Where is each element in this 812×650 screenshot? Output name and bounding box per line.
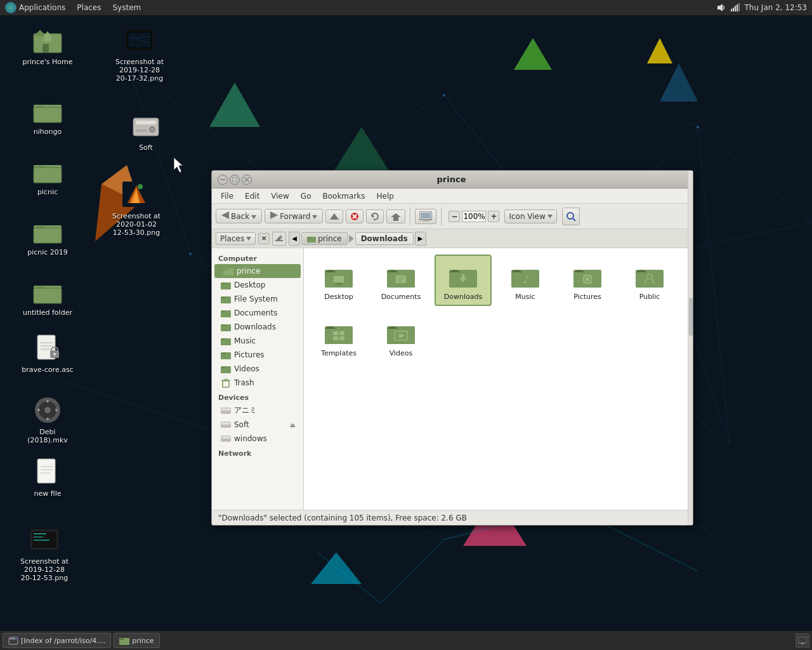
sidebar-item-prince[interactable]: prince: [214, 264, 301, 278]
new-file-icon: [32, 456, 63, 487]
sidebar-windows-label: windows: [234, 434, 267, 443]
svg-rect-129: [424, 220, 428, 221]
file-icon-downloads: [448, 260, 478, 290]
zoom-in-button[interactable]: +: [488, 211, 499, 222]
menu-edit[interactable]: Edit: [240, 190, 265, 202]
fm-title-buttons: [216, 175, 252, 185]
svg-rect-185: [339, 331, 344, 335]
sidebar-item-filesystem[interactable]: File System: [212, 292, 303, 306]
edit-location-button[interactable]: [272, 232, 286, 246]
file-item-music[interactable]: ♪ Music: [497, 255, 554, 306]
desktop-icon-picnic[interactable]: picnic: [19, 152, 76, 199]
file-item-documents[interactable]: Documents: [372, 255, 429, 306]
svg-marker-137: [349, 235, 354, 242]
file-label-templates: Templates: [321, 349, 357, 357]
svg-rect-113: [220, 179, 225, 180]
panel-right: Thu Jan 2, 12:53: [716, 3, 812, 13]
desktop-icon-screenshot-2020[interactable]: Screenshot at 2020-01-02 12-53-30.png: [108, 176, 165, 239]
menu-file[interactable]: File: [216, 190, 239, 202]
maximize-button[interactable]: [230, 175, 240, 185]
file-item-pictures[interactable]: Pictures: [559, 255, 616, 306]
edit-icon: [275, 234, 284, 243]
file-icon-documents: [386, 260, 416, 290]
file-item-public[interactable]: Public: [621, 255, 678, 306]
datetime: Thu Jan 2, 12:53: [744, 3, 807, 12]
sidebar-item-anime[interactable]: アニミ: [212, 403, 303, 418]
back-button[interactable]: Back: [216, 209, 262, 223]
screenshot-2020-label: Screenshot at 2020-01-02 12-53-30.png: [110, 212, 162, 237]
view-mode-dropdown[interactable]: Icon View: [504, 209, 556, 223]
debi-mkv-label: Debi (2018).mkv: [22, 428, 74, 444]
desktop-icon-brave-core[interactable]: brave-core.asc: [19, 330, 76, 376]
breadcrumb-next-button[interactable]: ▶: [415, 232, 426, 246]
soft-eject-button[interactable]: ⏏: [287, 421, 298, 428]
menu-bookmarks[interactable]: Bookmarks: [317, 190, 370, 202]
svg-rect-95: [34, 540, 49, 541]
reload-button[interactable]: [366, 209, 384, 223]
sidebar-item-windows[interactable]: windows: [212, 432, 303, 446]
places-menu[interactable]: Places: [72, 2, 106, 13]
home-button[interactable]: [386, 209, 405, 223]
sidebar-item-music[interactable]: Music: [212, 334, 303, 348]
toolbar-separator-1: [410, 208, 410, 225]
svg-rect-50: [733, 8, 734, 11]
show-desktop-icon: [798, 637, 807, 644]
zoom-out-button[interactable]: −: [449, 211, 460, 222]
desktop-icon-nihongo[interactable]: nihongo: [19, 92, 76, 138]
sidebar-item-documents[interactable]: Documents: [212, 306, 303, 320]
sidebar-item-desktop[interactable]: Desktop: [212, 278, 303, 292]
sidebar-item-videos[interactable]: Videos: [212, 362, 303, 376]
menu-help[interactable]: Help: [372, 190, 399, 202]
forward-button[interactable]: Forward: [265, 209, 323, 223]
volume-icon[interactable]: [716, 3, 726, 13]
computer-button[interactable]: [415, 209, 436, 224]
breadcrumb-prev-button[interactable]: ◀: [289, 232, 300, 246]
breadcrumb-downloads[interactable]: Downloads: [355, 232, 414, 245]
file-item-desktop[interactable]: Desktop: [310, 255, 367, 306]
desktop-icon-soft[interactable]: Soft: [117, 108, 174, 154]
fm-grid: Desktop: [304, 248, 693, 510]
file-item-downloads[interactable]: Downloads: [435, 255, 492, 306]
menu-go[interactable]: Go: [296, 190, 317, 202]
sidebar-soft-icon: [221, 420, 231, 430]
desktop-icon-princes-home[interactable]: prince's Home: [19, 22, 76, 69]
places-dropdown[interactable]: Places: [216, 232, 256, 245]
close-button[interactable]: [242, 175, 252, 185]
svg-point-41: [189, 253, 192, 255]
file-item-videos[interactable]: Videos: [372, 311, 429, 362]
location-close-button[interactable]: ✕: [258, 233, 270, 244]
fm-sidebar: Computer prince: [212, 248, 304, 510]
svg-marker-58: [45, 31, 50, 35]
desktop-icon-debi-mkv[interactable]: Debi (2018).mkv: [19, 392, 76, 447]
sidebar-item-soft[interactable]: Soft ⏏: [212, 418, 303, 432]
breadcrumb-prince[interactable]: prince: [301, 232, 347, 245]
picnic-2019-icon: [32, 215, 63, 246]
desktop-icon-new-file[interactable]: new file: [19, 454, 76, 500]
desktop-icon-screenshot-2019[interactable]: Screenshot at 2019-12-28 20-17-32.png: [111, 22, 168, 85]
svg-marker-117: [221, 211, 229, 219]
stop-button[interactable]: [346, 209, 363, 223]
applications-menu[interactable]: Applications: [0, 1, 70, 15]
menu-view[interactable]: View: [266, 190, 294, 202]
svg-point-132: [567, 213, 573, 219]
svg-marker-118: [251, 215, 256, 219]
desktop-icon-picnic-2019[interactable]: picnic 2019: [19, 213, 76, 259]
desktop-icon-untitled-folder[interactable]: untitled folder: [19, 273, 76, 319]
untitled-folder-icon: [32, 275, 63, 306]
places-dropdown-arrow: [246, 237, 251, 241]
taskbar-item-fm[interactable]: prince: [114, 633, 159, 648]
file-item-templates[interactable]: Templates: [310, 311, 367, 362]
svg-rect-57: [43, 44, 49, 53]
svg-rect-150: [221, 408, 230, 411]
up-button[interactable]: [325, 209, 343, 223]
minimize-button[interactable]: [218, 175, 228, 185]
search-button[interactable]: [562, 208, 580, 225]
sidebar-item-trash[interactable]: Trash: [212, 376, 303, 390]
taskbar-item-browser[interactable]: [Index of /parrot/iso/4....: [3, 633, 111, 648]
status-text: "Downloads" selected (containing 105 ite…: [218, 514, 467, 522]
desktop-icon-screenshot-bottom[interactable]: Screenshot at 2019-12-28 20-12-53.png: [16, 522, 73, 585]
sidebar-item-pictures[interactable]: Pictures: [212, 348, 303, 362]
show-desktop-button[interactable]: [796, 633, 809, 647]
system-menu[interactable]: System: [107, 2, 146, 13]
sidebar-item-downloads[interactable]: Downloads: [212, 320, 303, 334]
